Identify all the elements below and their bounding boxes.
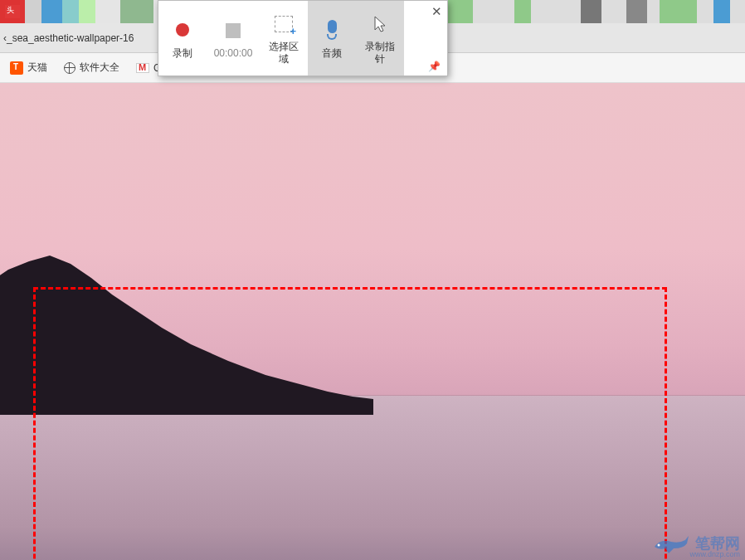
record-icon <box>169 17 196 43</box>
bookmark-software[interactable]: 软件大全 <box>64 61 119 75</box>
recorder-row: 录制 00:00:00 选择区 域 音频 录制指 针 <box>158 1 447 75</box>
selection-icon <box>270 11 297 37</box>
bookmark-label: 天猫 <box>27 61 47 75</box>
screen-recorder-toolbar[interactable]: ✕ 录制 00:00:00 选择区 域 音频 <box>158 0 448 76</box>
timer-text: 00:00:00 <box>214 47 253 59</box>
shark-icon <box>650 532 692 555</box>
tab-title[interactable]: ‹_sea_aesthetic-wallpaper-16 <box>3 32 134 44</box>
svg-point-0 <box>658 544 660 547</box>
record-button[interactable]: 录制 <box>158 1 207 75</box>
select-area-button[interactable]: 选择区 域 <box>260 1 308 75</box>
app-icon <box>5 5 20 18</box>
bookmark-label: 软件大全 <box>80 61 119 75</box>
microphone-icon <box>319 17 345 43</box>
audio-button[interactable]: 音频 <box>308 1 356 75</box>
desktop-content: 笔帮网 www.dnzp.com <box>0 83 745 560</box>
globe-icon <box>64 62 75 74</box>
timer-display: 00:00:00 <box>207 1 260 75</box>
mountain-silhouette <box>0 249 373 415</box>
record-pointer-button[interactable]: 录制指 针 <box>356 1 404 75</box>
cursor-icon <box>367 11 393 37</box>
audio-label: 音频 <box>322 46 342 61</box>
water-area <box>0 396 745 560</box>
close-icon[interactable]: ✕ <box>431 4 442 19</box>
record-label: 录制 <box>173 46 192 61</box>
pointer-label: 录制指 针 <box>365 41 395 66</box>
pin-icon[interactable]: 📌 <box>428 61 441 72</box>
select-area-label: 选择区 域 <box>269 41 299 66</box>
tmall-icon <box>10 61 23 75</box>
watermark-url: www.dnzp.com <box>689 550 740 558</box>
bookmark-tmall[interactable]: 天猫 <box>10 61 47 75</box>
gmail-icon <box>136 63 149 73</box>
stop-icon <box>220 17 246 44</box>
